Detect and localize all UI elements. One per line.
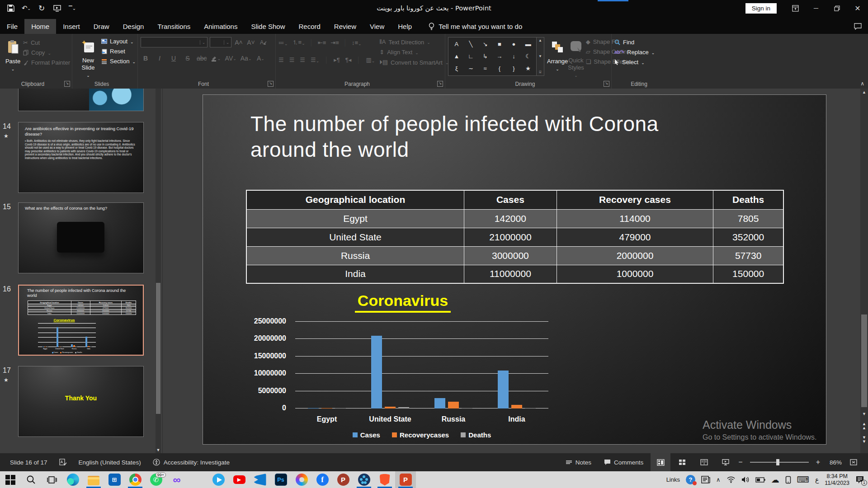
justify-icon[interactable]: ☰⌄	[311, 56, 319, 63]
save-icon[interactable]	[6, 4, 15, 13]
change-case-icon[interactable]: Aa⌄	[241, 53, 252, 63]
find-button[interactable]: Find	[614, 39, 671, 46]
shape-wave-icon[interactable]: ≈	[484, 63, 487, 74]
strikethrough-icon[interactable]: S	[183, 53, 193, 63]
widgets-news-icon[interactable]	[701, 476, 710, 483]
select-button[interactable]: Select⌄	[614, 59, 671, 66]
align-left-icon[interactable]: ☰	[278, 56, 284, 63]
tab-animations[interactable]: Animations	[197, 19, 244, 34]
double-strike-icon[interactable]: abc	[197, 53, 207, 63]
slide-title[interactable]: The number of people infected with Coron…	[250, 111, 703, 163]
chart-title[interactable]: Coronavirus	[290, 292, 516, 313]
slide-sorter-view-button[interactable]	[672, 453, 692, 471]
bullets-icon[interactable]: ≔⌄	[278, 39, 288, 46]
tab-insert[interactable]: Insert	[56, 19, 87, 34]
phone-link-icon[interactable]	[785, 476, 791, 484]
slide-thumbnail-13[interactable]: touching your eyes, mouth, or nose.	[18, 89, 144, 111]
reset-button[interactable]: Reset	[101, 48, 136, 55]
font-dialog-launcher[interactable]: ↘	[268, 81, 274, 87]
replace-button[interactable]: ab↷Replace⌄	[614, 49, 671, 56]
convert-smartart-button[interactable]: ⏵▤Convert to SmartArt⌄	[379, 59, 448, 66]
new-slide-button[interactable]: New Slide⌄	[75, 37, 101, 79]
shape-arrow-icon[interactable]: ↘	[483, 39, 488, 50]
numbering-icon[interactable]: ⒈≡⌄	[292, 38, 305, 47]
shape-down-arrow-icon[interactable]: ↓	[512, 51, 515, 62]
decrease-indent-icon[interactable]: ⇤≡	[318, 39, 326, 46]
tab-transitions[interactable]: Transitions	[151, 19, 197, 34]
bar-recoverycases-india[interactable]	[511, 405, 522, 408]
thumbnail-panel-scrollbar[interactable]: ▼	[156, 89, 161, 453]
onedrive-cloud-icon[interactable]: ☁	[771, 475, 779, 485]
grow-font-icon[interactable]: A˄	[234, 38, 244, 47]
undo-icon[interactable]: ↶⌄	[22, 4, 31, 13]
text-highlight-icon[interactable]: ⌄	[211, 53, 221, 63]
comments-button[interactable]: Comments	[599, 453, 649, 471]
ribbon-display-options-icon[interactable]	[785, 0, 806, 16]
taskbar-app-patreon-icon[interactable]: P	[333, 471, 354, 488]
shape-rectangle-icon[interactable]: ■	[498, 39, 501, 50]
previous-slide-button[interactable]: ▲▲	[860, 422, 868, 430]
bar-recoverycases-united-state[interactable]	[385, 407, 396, 408]
volume-icon[interactable]	[741, 476, 750, 483]
battery-icon[interactable]	[755, 477, 765, 483]
language-indicator[interactable]: English (United States)	[79, 459, 141, 466]
touch-keyboard-icon[interactable]: ⌨	[797, 474, 809, 485]
slide-thumbnail-15[interactable]: What are the effects of corona on the lu…	[18, 202, 144, 273]
underline-icon[interactable]: U	[169, 53, 179, 63]
zoom-out-icon[interactable]: −	[737, 458, 743, 466]
font-name-combobox[interactable]: ⌄	[141, 37, 208, 47]
shape-left-brace-icon[interactable]: {	[499, 63, 500, 74]
shape-text-box-icon[interactable]: A	[454, 39, 458, 50]
cut-button[interactable]: ✂Cut	[23, 39, 70, 46]
redo-icon[interactable]: ↻	[37, 4, 46, 13]
shrink-font-icon[interactable]: A˅	[246, 38, 256, 47]
shapes-gallery-scrollbar[interactable]: ▲▼⍌	[537, 37, 544, 76]
tab-slide-show[interactable]: Slide Show	[244, 19, 292, 34]
shape-elbow-arrow-icon[interactable]: ↳	[483, 51, 488, 62]
tab-review[interactable]: Review	[327, 19, 363, 34]
slide-thumbnail-17[interactable]: Thank You	[18, 366, 144, 437]
slide-thumbnail-16[interactable]: The number of people infected with Coron…	[18, 285, 144, 356]
font-size-combobox[interactable]: ⌄	[210, 37, 231, 47]
start-slideshow-icon[interactable]	[52, 4, 61, 13]
canvas-scroll-down-icon[interactable]: ▼	[860, 410, 868, 418]
shape-elbow-icon[interactable]: ∟	[468, 51, 474, 62]
bar-cases-united-state[interactable]	[371, 336, 382, 408]
input-language-indicator[interactable]: ع	[815, 476, 819, 483]
taskbar-app-store-icon[interactable]: ⊞	[104, 471, 125, 488]
italic-icon[interactable]: I	[155, 53, 165, 63]
taskbar-app-whatsapp-icon[interactable]: ✆99+	[146, 471, 166, 488]
minimize-button[interactable]: ─	[806, 0, 826, 16]
taskbar-app-edge-icon[interactable]	[62, 471, 83, 488]
next-slide-button[interactable]: ▼▼	[860, 436, 868, 444]
tell-me-box[interactable]: Tell me what you want to do	[429, 19, 522, 34]
bar-deaths-united-state[interactable]	[398, 407, 409, 408]
slide-indicator[interactable]: Slide 16 of 17	[10, 459, 47, 466]
shape-line-icon[interactable]: ╲	[469, 39, 473, 50]
align-right-icon[interactable]: ☰	[300, 56, 305, 63]
copy-button[interactable]: Copy⌄	[23, 49, 70, 56]
bar-recoverycases-russia[interactable]	[448, 402, 459, 408]
shape-scribble-icon[interactable]: ξ	[455, 63, 458, 74]
layout-button[interactable]: Layout⌄	[101, 38, 136, 45]
fit-slide-to-window-icon[interactable]	[844, 453, 863, 471]
start-button[interactable]	[0, 471, 21, 488]
clear-formatting-icon[interactable]: A	[258, 38, 268, 47]
taskbar-app-brave-icon[interactable]	[374, 471, 395, 488]
drawing-dialog-launcher[interactable]: ↘	[604, 81, 609, 87]
taskbar-app-powerpoint-icon[interactable]: P	[395, 471, 416, 488]
bar-cases-india[interactable]	[498, 371, 509, 408]
tab-design[interactable]: Design	[116, 19, 151, 34]
slideshow-view-button[interactable]	[716, 453, 736, 471]
tab-draw[interactable]: Draw	[87, 19, 116, 34]
align-center-icon[interactable]: ☰	[289, 56, 295, 63]
font-color-icon[interactable]: A⌄	[255, 53, 265, 63]
slide-thumbnail-14[interactable]: Are antibiotics effective in preventing …	[18, 122, 144, 193]
shape-moon-icon[interactable]: ☾	[525, 51, 531, 62]
canvas-scrollbar[interactable]: ▲ ▼ ▲▲ ▼▼	[860, 89, 868, 453]
clipboard-dialog-launcher[interactable]: ↘	[64, 81, 70, 87]
thumbnail-scrollbar-thumb[interactable]	[156, 283, 160, 414]
columns-icon[interactable]: ▥⌄	[366, 56, 375, 63]
shape-star-icon[interactable]: ★	[525, 63, 531, 74]
taskbar-app-kmplayer-icon[interactable]	[354, 471, 374, 488]
